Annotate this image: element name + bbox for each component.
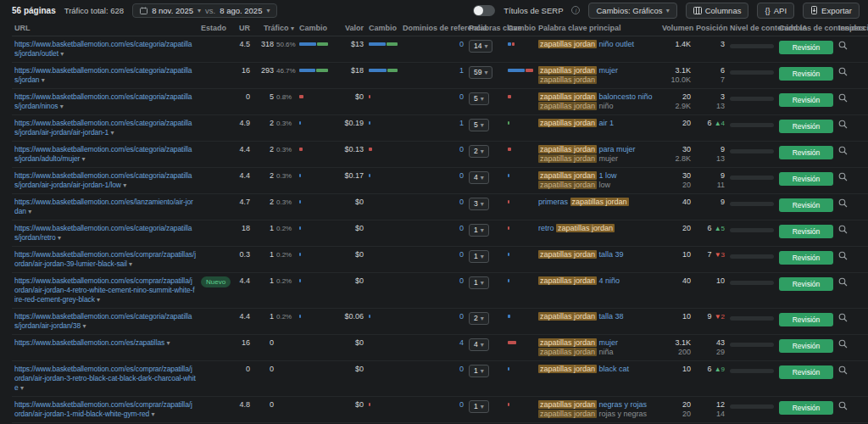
keyword-line[interactable]: zapatillas jordan <box>538 75 657 85</box>
col-palabra-principal[interactable]: Palabra clave principal <box>536 20 659 36</box>
inspect-cell[interactable] <box>836 247 856 266</box>
dominios-value[interactable]: 0 <box>400 220 466 237</box>
inspect-cell[interactable] <box>836 361 856 381</box>
keyword-line[interactable]: zapatillas jordan talla 39 <box>538 250 657 259</box>
chevron-down-icon[interactable]: ▾ <box>20 384 24 392</box>
keyword-line[interactable]: zapatillas jordan black cat <box>538 365 657 374</box>
chevron-down-icon[interactable]: ▾ <box>28 208 31 215</box>
magnifier-icon[interactable] <box>838 120 848 129</box>
url-link[interactable]: https://www.basketballemotion.com/es/cat… <box>14 312 192 330</box>
magnifier-icon[interactable] <box>838 313 848 322</box>
revision-button[interactable]: Revisión <box>779 313 833 326</box>
keyword-line[interactable]: zapatillas jordan mujer <box>538 66 657 75</box>
keyword-line[interactable]: zapatillas jordan low <box>538 181 657 190</box>
palabras-dropdown[interactable]: 2▾ <box>469 312 489 325</box>
palabras-dropdown[interactable]: 3▾ <box>469 198 489 210</box>
url-link[interactable]: https://www.basketballemotion.com/es/cat… <box>14 145 192 163</box>
columns-button[interactable]: Columnas <box>686 3 749 19</box>
keyword-line[interactable]: zapatillas jordan rojas y negras <box>538 410 657 419</box>
inspect-cell[interactable] <box>836 309 856 328</box>
col-inspeccionar[interactable]: Inspeccionar <box>836 20 856 36</box>
col-estado[interactable]: Estado <box>198 20 229 36</box>
magnifier-icon[interactable] <box>838 401 848 410</box>
api-button[interactable]: {} API <box>757 3 794 19</box>
revision-button[interactable]: Revisión <box>779 41 833 54</box>
palabras-dropdown[interactable]: 14▾ <box>469 40 492 53</box>
dominios-value[interactable]: 1 <box>400 63 466 79</box>
col-nivel-ia[interactable]: Nivel de contenido IA <box>727 20 776 36</box>
magnifier-icon[interactable] <box>838 225 848 234</box>
keyword-line[interactable]: zapatillas jordan negras y rojas <box>538 400 657 410</box>
dominios-value[interactable]: 0 <box>400 194 466 210</box>
col-trafico[interactable]: Tráfico ▾ <box>253 20 297 36</box>
magnifier-icon[interactable] <box>838 93 848 103</box>
palabras-dropdown[interactable]: 4▾ <box>469 171 489 184</box>
col-cambios-contenidos[interactable]: Cambios de contenidos <box>776 20 836 36</box>
col-ur[interactable]: UR <box>229 20 253 36</box>
col-cambio-trafico[interactable]: Cambio <box>297 20 331 36</box>
palabras-dropdown[interactable]: 1▾ <box>469 224 489 237</box>
dominios-value[interactable]: 1 <box>400 115 466 131</box>
magnifier-icon[interactable] <box>838 251 848 260</box>
revision-button[interactable]: Revisión <box>779 339 833 353</box>
url-link[interactable]: https://www.basketballemotion.com/es/com… <box>14 250 196 268</box>
inspect-cell[interactable] <box>836 220 856 240</box>
col-palabras-clave[interactable]: Palabras clave <box>466 20 505 36</box>
chevron-down-icon[interactable]: ▾ <box>152 410 155 418</box>
keyword-line[interactable]: zapatillas jordan niña <box>538 348 657 357</box>
dominios-value[interactable]: 0 <box>400 309 466 325</box>
inspect-cell[interactable] <box>836 63 856 82</box>
keyword-line[interactable]: zapatillas jordan niño <box>538 102 657 111</box>
inspect-cell[interactable] <box>836 115 856 135</box>
inspect-cell[interactable] <box>836 36 856 56</box>
url-link[interactable]: https://www.basketballemotion.com/es/cat… <box>14 171 192 189</box>
chevron-down-icon[interactable]: ▾ <box>129 260 132 268</box>
serp-titles-toggle[interactable] <box>473 5 495 16</box>
revision-button[interactable]: Revisión <box>779 225 833 238</box>
col-volumen[interactable]: Volumen <box>659 20 693 36</box>
revision-button[interactable]: Revisión <box>779 401 833 415</box>
keyword-line[interactable]: zapatillas jordan 4 niño <box>538 276 657 286</box>
keyword-line[interactable]: zapatillas jordan para mujer <box>538 145 657 154</box>
url-link[interactable]: https://www.basketballemotion.com/es/com… <box>14 365 196 392</box>
keyword-line[interactable]: retro zapatillas jordan <box>538 224 657 233</box>
magnifier-icon[interactable] <box>838 339 848 349</box>
export-button[interactable]: Exportar <box>803 3 860 19</box>
col-cambio-valor[interactable]: Cambio <box>366 20 400 36</box>
palabras-dropdown[interactable]: 4▾ <box>469 338 489 351</box>
revision-button[interactable]: Revisión <box>779 120 833 133</box>
url-link[interactable]: https://www.basketballemotion.com/es/lan… <box>14 198 193 215</box>
inspect-cell[interactable] <box>836 335 856 354</box>
dominios-value[interactable]: 0 <box>400 142 466 158</box>
magnifier-icon[interactable] <box>838 198 848 208</box>
palabras-dropdown[interactable]: 59▾ <box>469 66 492 79</box>
palabras-dropdown[interactable]: 5▾ <box>469 119 489 131</box>
url-link[interactable]: https://www.basketballemotion.com/es/cat… <box>14 66 192 84</box>
col-posicion[interactable]: Posición <box>693 20 727 36</box>
col-dominios[interactable]: Dominios de referencia <box>400 20 466 36</box>
chevron-down-icon[interactable]: ▾ <box>58 234 61 242</box>
inspect-cell[interactable] <box>836 89 856 109</box>
keyword-line[interactable]: zapatillas jordan mujer <box>538 338 657 348</box>
url-link[interactable]: https://www.basketballemotion.com/es/cat… <box>14 119 192 137</box>
url-link[interactable]: https://www.basketballemotion.com/es/zap… <box>14 338 170 347</box>
palabras-dropdown[interactable]: 5▾ <box>469 92 489 105</box>
keyword-line[interactable]: zapatillas jordan 1 low <box>538 171 657 181</box>
changes-graphs-button[interactable]: Cambios: Gráficos ▾ <box>588 3 676 19</box>
inspect-cell[interactable] <box>836 273 856 293</box>
keyword-line[interactable]: zapatillas jordan mujer <box>538 154 657 164</box>
chevron-down-icon[interactable]: ▾ <box>97 296 100 304</box>
palabras-dropdown[interactable]: 1▾ <box>469 250 489 263</box>
date-from[interactable]: 8 nov. 2025 <box>152 6 193 15</box>
revision-button[interactable]: Revisión <box>779 277 833 291</box>
chevron-down-icon[interactable]: ▾ <box>42 76 45 84</box>
magnifier-icon[interactable] <box>838 365 848 375</box>
magnifier-icon[interactable] <box>838 277 848 287</box>
inspect-cell[interactable] <box>836 142 856 161</box>
inspect-cell[interactable] <box>836 194 856 214</box>
col-valor[interactable]: Valor <box>331 20 366 36</box>
dominios-value[interactable]: 0 <box>400 89 466 105</box>
magnifier-icon[interactable] <box>838 146 848 155</box>
inspect-cell[interactable] <box>836 168 856 187</box>
magnifier-icon[interactable] <box>838 172 848 181</box>
